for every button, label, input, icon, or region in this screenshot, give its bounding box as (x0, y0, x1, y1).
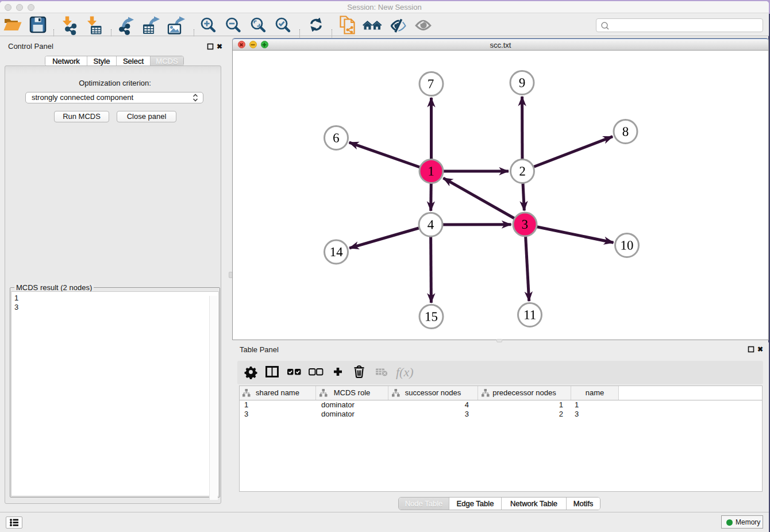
svg-text:f(x): f(x) (396, 365, 414, 379)
